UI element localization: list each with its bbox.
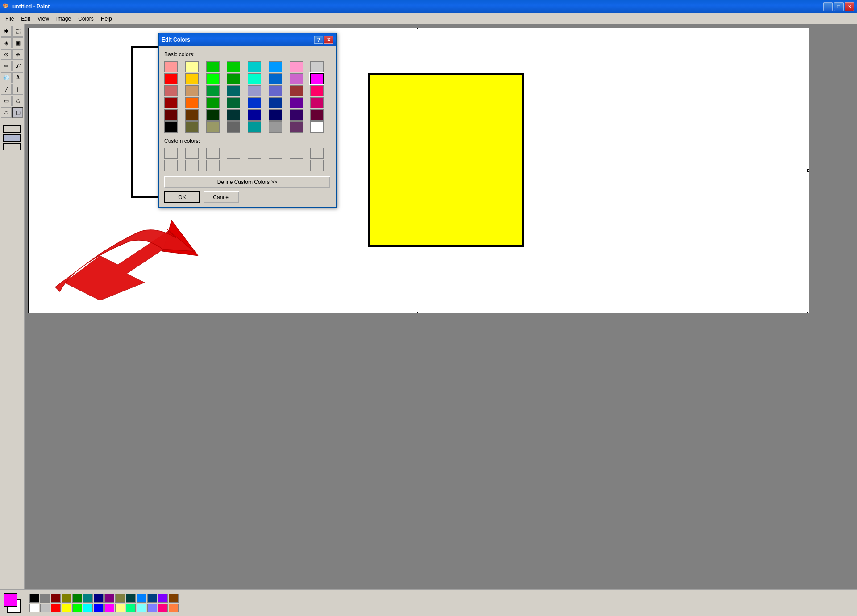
menu-image[interactable]: Image [53,15,75,23]
tool-ellipse[interactable]: ⬭ [1,107,12,118]
basic-color-swatch[interactable] [185,97,199,108]
shape-filled-outline[interactable] [3,134,21,142]
basic-color-swatch[interactable] [164,73,178,84]
custom-color-swatch[interactable] [290,148,303,159]
tool-eraser[interactable]: ◈ [1,37,12,48]
define-custom-colors-button[interactable]: Define Custom Colors >> [164,176,330,188]
basic-color-swatch[interactable] [310,121,324,133]
basic-color-swatch[interactable] [206,121,220,133]
palette-swatch[interactable] [137,594,146,603]
basic-color-swatch[interactable] [269,121,282,133]
tool-rounded-rect[interactable]: ▢ [12,107,23,118]
palette-swatch[interactable] [83,604,93,612]
basic-color-swatch[interactable] [206,109,220,121]
basic-color-swatch[interactable] [185,73,199,84]
custom-color-swatch[interactable] [227,148,240,159]
palette-swatch[interactable] [158,594,168,603]
custom-color-swatch[interactable] [290,160,303,171]
shape-filled[interactable] [3,143,21,150]
basic-color-swatch[interactable] [248,97,261,108]
custom-color-swatch[interactable] [185,148,199,159]
basic-color-swatch[interactable] [248,73,261,84]
tool-fill[interactable]: ▣ [12,37,23,48]
custom-color-swatch[interactable] [206,160,220,171]
palette-swatch[interactable] [115,604,125,612]
menu-edit[interactable]: Edit [17,15,34,23]
basic-color-swatch[interactable] [269,73,282,84]
basic-color-swatch[interactable] [164,61,178,72]
basic-color-swatch[interactable] [290,85,303,96]
basic-color-swatch[interactable] [227,85,240,96]
basic-color-swatch[interactable] [164,121,178,133]
tool-select-rect[interactable]: ⬚ [12,26,23,37]
palette-swatch[interactable] [126,594,136,603]
basic-color-swatch[interactable] [164,109,178,121]
palette-swatch[interactable] [72,594,82,603]
basic-color-swatch[interactable] [310,73,324,84]
palette-swatch[interactable] [62,604,71,612]
ok-button[interactable]: OK [164,191,200,203]
dialog-close-button[interactable]: ✕ [324,36,333,44]
palette-swatch[interactable] [158,604,168,612]
basic-color-swatch[interactable] [310,109,324,121]
tool-brush[interactable]: 🖌 [12,61,23,71]
tool-eyedropper[interactable]: ⊙ [1,49,12,60]
palette-swatch[interactable] [137,604,146,612]
custom-color-swatch[interactable] [185,160,199,171]
cancel-button[interactable]: Cancel [204,191,239,203]
foreground-color-swatch[interactable] [4,593,17,607]
basic-color-swatch[interactable] [248,85,261,96]
canvas-handle-top-center[interactable] [417,28,420,29]
basic-color-swatch[interactable] [227,109,240,121]
palette-swatch[interactable] [104,604,114,612]
palette-swatch[interactable] [29,594,39,603]
palette-swatch[interactable] [72,604,82,612]
palette-swatch[interactable] [94,594,104,603]
custom-color-swatch[interactable] [164,160,178,171]
maximize-button[interactable]: □ [834,2,844,11]
menu-file[interactable]: File [2,15,17,23]
basic-color-swatch[interactable] [310,97,324,108]
basic-color-swatch[interactable] [227,121,240,133]
basic-color-swatch[interactable] [310,61,324,72]
palette-swatch[interactable] [94,604,104,612]
basic-color-swatch[interactable] [206,85,220,96]
tool-select-free[interactable]: ✱ [1,26,12,37]
tool-text[interactable]: A [12,72,23,83]
palette-swatch[interactable] [51,604,61,612]
tool-airbrush[interactable]: 💨 [1,72,12,83]
shape-outline[interactable] [3,125,21,133]
basic-color-swatch[interactable] [227,97,240,108]
tool-line[interactable]: ╱ [1,84,12,95]
palette-swatch[interactable] [104,594,114,603]
edit-colors-dialog[interactable]: Edit Colors ? ✕ Basic colors: Custom col… [158,33,337,208]
basic-color-swatch[interactable] [227,73,240,84]
canvas[interactable]: Edit Colors ? ✕ Basic colors: Custom col… [28,28,809,313]
palette-swatch[interactable] [40,594,50,603]
tool-pencil[interactable]: ✏ [1,61,12,71]
palette-swatch[interactable] [147,594,157,603]
palette-swatch[interactable] [83,594,93,603]
menu-colors[interactable]: Colors [75,15,97,23]
palette-swatch[interactable] [147,604,157,612]
canvas-handle-bottom[interactable] [417,312,420,313]
basic-color-swatch[interactable] [227,61,240,72]
custom-color-swatch[interactable] [164,148,178,159]
palette-swatch[interactable] [51,594,61,603]
canvas-handle-right[interactable] [807,169,809,172]
basic-color-swatch[interactable] [185,61,199,72]
basic-color-swatch[interactable] [310,85,324,96]
basic-color-swatch[interactable] [290,109,303,121]
palette-swatch[interactable] [169,594,179,603]
basic-color-swatch[interactable] [185,109,199,121]
palette-swatch[interactable] [40,604,50,612]
basic-color-swatch[interactable] [290,61,303,72]
basic-color-swatch[interactable] [185,121,199,133]
menu-view[interactable]: View [34,15,53,23]
canvas-area[interactable]: Edit Colors ? ✕ Basic colors: Custom col… [25,24,857,589]
dialog-help-button[interactable]: ? [314,36,323,44]
tool-polygon[interactable]: ⬠ [12,96,23,106]
palette-swatch[interactable] [126,604,136,612]
custom-color-swatch[interactable] [206,148,220,159]
palette-swatch[interactable] [62,594,71,603]
